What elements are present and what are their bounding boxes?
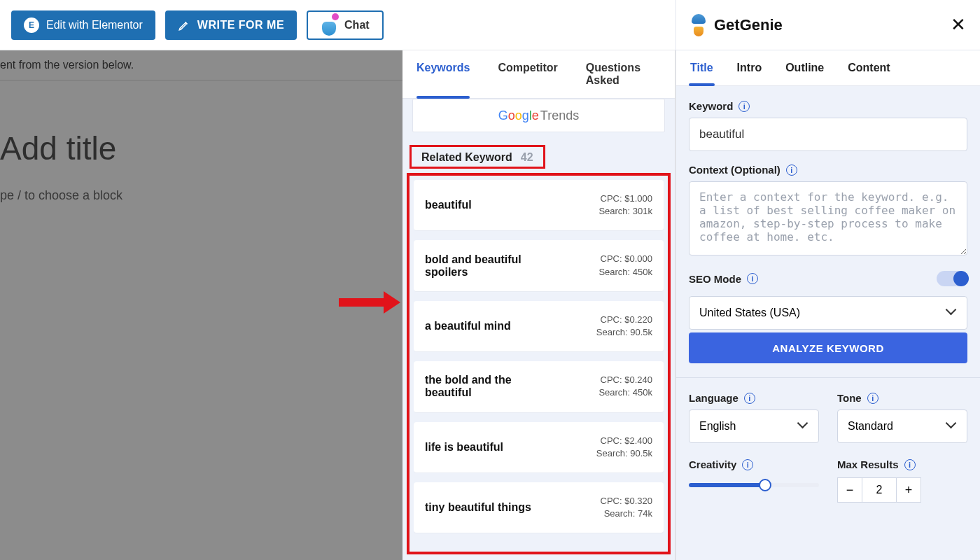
edit-elementor-button[interactable]: E Edit with Elementor <box>11 10 155 40</box>
keyword-search: Search: 450k <box>598 266 652 279</box>
getgenie-panel: GetGenie ✕ Title Intro Outline Content K… <box>676 0 980 560</box>
keyword-card[interactable]: bold and beautiful spoilers CPC: $0.000 … <box>414 240 664 290</box>
genie-body: Keyword i Context (Optional) i SEO Mode … <box>676 86 980 560</box>
info-icon[interactable]: i <box>786 164 797 176</box>
keyword-term: a beautiful mind <box>425 320 511 332</box>
genie-tabs: Title Intro Outline Content <box>676 50 980 86</box>
keyword-label: Keyword i <box>689 100 967 112</box>
keyword-cpc: CPC: $0.240 <box>598 374 652 386</box>
creativity-slider[interactable] <box>689 483 819 487</box>
related-keyword-label: Related Keyword <box>421 151 512 164</box>
chevron-down-icon <box>799 421 808 431</box>
keyword-search: Search: 450k <box>598 386 652 399</box>
max-results-stepper: − 2 + <box>837 477 967 503</box>
pen-icon <box>178 19 190 31</box>
keyword-term: beautiful <box>425 199 472 211</box>
getgenie-header: GetGenie ✕ <box>676 0 980 50</box>
related-keyword-heading: Related Keyword 42 <box>410 145 545 169</box>
keyword-stats: CPC: $0.220 Search: 90.5k <box>596 314 652 339</box>
tab-questions[interactable]: Questions Asked <box>572 50 675 98</box>
getgenie-logo: GetGenie <box>689 14 783 36</box>
country-value: United States (USA) <box>699 307 800 319</box>
max-results-label: Max Results i <box>837 458 967 470</box>
tone-label: Tone i <box>837 392 967 404</box>
keyword-term: bold and beautiful spoilers <box>425 253 558 279</box>
write-for-me-label: WRITE FOR ME <box>197 19 284 31</box>
keyword-search: Search: 74k <box>601 507 652 520</box>
info-icon[interactable]: i <box>742 459 753 470</box>
keyword-card[interactable]: tiny beautiful things CPC: $0.320 Search… <box>414 482 664 533</box>
analyze-keyword-button[interactable]: ANALYZE KEYWORD <box>689 332 967 363</box>
keyword-card[interactable]: life is beautiful CPC: $2.400 Search: 90… <box>414 422 664 472</box>
chevron-down-icon <box>947 421 957 431</box>
info-icon[interactable]: i <box>744 393 755 404</box>
keyword-cpc: CPC: $2.400 <box>596 435 652 447</box>
seo-mode-toggle[interactable] <box>937 271 967 286</box>
related-keyword-count: 42 <box>521 151 533 164</box>
tone-select[interactable]: Standard <box>837 410 967 443</box>
divider <box>676 377 980 378</box>
country-select[interactable]: United States (USA) <box>689 296 967 330</box>
chat-label: Chat <box>344 19 370 31</box>
step-plus-button[interactable]: + <box>896 477 921 503</box>
google-trends-card[interactable]: GoogleTrends <box>412 99 665 132</box>
info-icon[interactable]: i <box>747 273 758 284</box>
keyword-cpc: CPC: $0.320 <box>601 495 652 507</box>
keywords-panel: Keywords Competitor Questions Asked Goog… <box>402 50 676 560</box>
info-icon[interactable]: i <box>738 101 750 112</box>
keywords-panel-tabs: Keywords Competitor Questions Asked <box>402 50 675 99</box>
keyword-stats: CPC: $1.000 Search: 301k <box>598 192 652 218</box>
keyword-search: Search: 90.5k <box>596 447 652 460</box>
write-for-me-button[interactable]: WRITE FOR ME <box>165 10 297 40</box>
tab-competitor[interactable]: Competitor <box>484 50 571 98</box>
keyword-input[interactable] <box>689 118 967 151</box>
chevron-down-icon <box>947 308 957 318</box>
step-minus-button[interactable]: − <box>837 477 862 503</box>
elementor-icon: E <box>24 18 39 33</box>
chat-button[interactable]: Chat <box>307 10 384 40</box>
genie-lamp-icon <box>689 14 708 36</box>
context-textarea[interactable] <box>689 181 967 255</box>
language-select[interactable]: English <box>689 410 819 443</box>
language-value: English <box>699 420 736 433</box>
tab-title[interactable]: Title <box>689 50 715 85</box>
keyword-card[interactable]: beautiful CPC: $1.000 Search: 301k <box>414 180 664 230</box>
keyword-cpc: CPC: $0.220 <box>596 314 652 326</box>
tab-intro[interactable]: Intro <box>736 50 764 85</box>
keyword-card[interactable]: a beautiful mind CPC: $0.220 Search: 90.… <box>414 301 664 351</box>
close-icon[interactable]: ✕ <box>945 11 972 38</box>
tab-content[interactable]: Content <box>846 50 891 85</box>
step-value: 2 <box>862 477 896 503</box>
keyword-term: tiny beautiful things <box>425 501 531 514</box>
keyword-search: Search: 301k <box>598 205 652 218</box>
edit-elementor-label: Edit with Elementor <box>46 19 143 31</box>
keyword-stats: CPC: $2.400 Search: 90.5k <box>596 435 652 460</box>
keyword-search: Search: 90.5k <box>596 326 652 339</box>
keyword-cpc: CPC: $0.000 <box>598 253 652 265</box>
keyword-term: life is beautiful <box>425 441 503 454</box>
creativity-label: Creativity i <box>689 458 819 470</box>
keyword-term: the bold and the beautiful <box>425 374 558 399</box>
genie-avatar-icon <box>321 15 337 36</box>
seo-mode-label: SEO Mode i <box>689 273 758 285</box>
keyword-stats: CPC: $0.000 Search: 450k <box>598 253 652 278</box>
related-keyword-list: beautiful CPC: $1.000 Search: 301k bold … <box>407 173 671 554</box>
tab-keywords[interactable]: Keywords <box>402 50 484 98</box>
keyword-stats: CPC: $0.240 Search: 450k <box>598 374 652 399</box>
context-label: Context (Optional) i <box>689 164 967 176</box>
tab-outline[interactable]: Outline <box>784 50 825 85</box>
keyword-cpc: CPC: $1.000 <box>598 192 652 205</box>
keyword-card[interactable]: the bold and the beautiful CPC: $0.240 S… <box>414 361 664 412</box>
tone-value: Standard <box>848 420 893 433</box>
keyword-stats: CPC: $0.320 Search: 74k <box>601 495 652 520</box>
info-icon[interactable]: i <box>904 459 916 470</box>
language-label: Language i <box>689 392 819 404</box>
getgenie-brand: GetGenie <box>714 16 783 34</box>
info-icon[interactable]: i <box>867 393 878 404</box>
google-trends-logo: GoogleTrends <box>498 108 579 123</box>
